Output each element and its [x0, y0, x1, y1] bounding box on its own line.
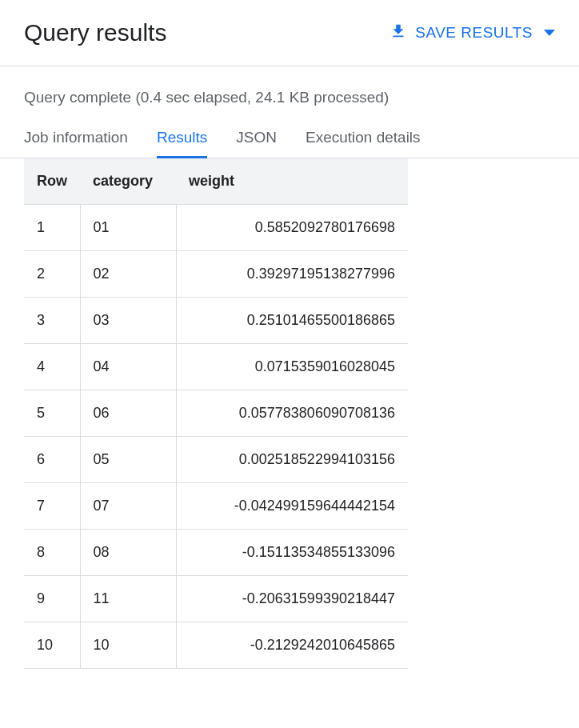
cell-category: 07 [80, 483, 176, 530]
table-row: 2020.39297195138277996 [24, 251, 408, 298]
tabs-bar: Job information Results JSON Execution d… [0, 121, 579, 158]
cell-category: 11 [80, 576, 176, 622]
results-table-wrap: Row category weight 1010.585209278017669… [0, 158, 579, 669]
tab-job-information[interactable]: Job information [24, 121, 128, 158]
cell-weight: -0.2129242010645865 [176, 622, 408, 669]
table-row: 808-0.15113534855133096 [24, 530, 408, 576]
table-row: 1010.5852092780176698 [24, 205, 408, 251]
cell-row: 6 [24, 437, 80, 483]
cell-row: 2 [24, 251, 80, 298]
page-title: Query results [24, 19, 166, 46]
cell-category: 10 [80, 622, 176, 669]
cell-row: 5 [24, 390, 80, 437]
table-row: 4040.0715359016028045 [24, 344, 408, 390]
cell-weight: 0.002518522994103156 [176, 437, 408, 483]
cell-category: 01 [80, 205, 176, 251]
table-row: 707-0.042499159644442154 [24, 483, 408, 530]
cell-weight: -0.15113534855133096 [176, 530, 408, 576]
cell-row: 9 [24, 576, 80, 622]
column-header-weight: weight [176, 158, 408, 205]
cell-category: 02 [80, 251, 176, 298]
table-header-row: Row category weight [24, 158, 408, 205]
cell-row: 7 [24, 483, 80, 530]
cell-weight: -0.042499159644442154 [176, 483, 408, 530]
tab-json[interactable]: JSON [236, 121, 277, 158]
dropdown-caret-icon [544, 30, 555, 36]
cell-row: 3 [24, 298, 80, 344]
cell-weight: 0.057783806090708136 [176, 390, 408, 437]
cell-row: 1 [24, 205, 80, 251]
column-header-category: category [80, 158, 176, 205]
cell-weight: 0.0715359016028045 [176, 344, 408, 390]
tab-results[interactable]: Results [157, 121, 207, 158]
column-header-row: Row [24, 158, 80, 205]
table-row: 1010-0.2129242010645865 [24, 622, 408, 669]
cell-weight: 0.25101465500186865 [176, 298, 408, 344]
results-table: Row category weight 1010.585209278017669… [24, 158, 408, 669]
cell-weight: 0.5852092780176698 [176, 205, 408, 251]
table-row: 6050.002518522994103156 [24, 437, 408, 483]
table-row: 911-0.20631599390218447 [24, 576, 408, 622]
download-icon [389, 22, 407, 44]
cell-row: 8 [24, 530, 80, 576]
cell-category: 03 [80, 298, 176, 344]
table-row: 3030.25101465500186865 [24, 298, 408, 344]
cell-row: 4 [24, 344, 80, 390]
cell-category: 05 [80, 437, 176, 483]
save-results-button[interactable]: SAVE RESULTS [389, 22, 555, 44]
save-results-label: SAVE RESULTS [415, 24, 533, 42]
cell-category: 06 [80, 390, 176, 437]
query-status-text: Query complete (0.4 sec elapsed, 24.1 KB… [0, 66, 579, 121]
cell-weight: 0.39297195138277996 [176, 251, 408, 298]
cell-row: 10 [24, 622, 80, 669]
cell-weight: -0.20631599390218447 [176, 576, 408, 622]
header-bar: Query results SAVE RESULTS [0, 0, 579, 66]
cell-category: 04 [80, 344, 176, 390]
tab-execution-details[interactable]: Execution details [305, 121, 421, 158]
cell-category: 08 [80, 530, 176, 576]
table-row: 5060.057783806090708136 [24, 390, 408, 437]
